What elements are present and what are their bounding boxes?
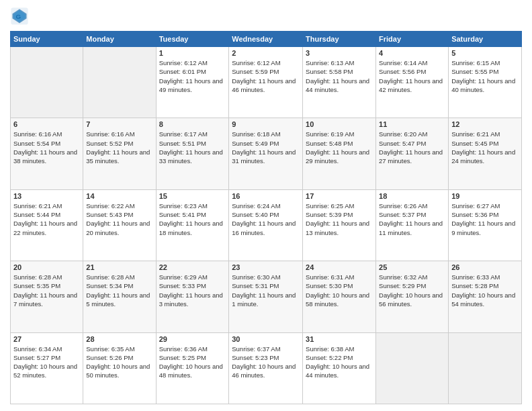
calendar-cell	[376, 332, 449, 404]
day-number: 10	[306, 120, 373, 128]
week-row-1: 1Sunrise: 6:12 AM Sunset: 6:01 PM Daylig…	[11, 47, 522, 118]
logo-icon: G	[10, 7, 29, 26]
day-header-wednesday: Wednesday	[229, 32, 303, 47]
calendar-cell: 31Sunrise: 6:38 AM Sunset: 5:22 PM Dayli…	[303, 332, 376, 404]
logo: G	[10, 7, 32, 26]
day-number: 20	[13, 263, 80, 271]
calendar-cell: 5Sunrise: 6:15 AM Sunset: 5:55 PM Daylig…	[449, 47, 522, 118]
day-number: 4	[379, 49, 445, 57]
calendar-cell: 16Sunrise: 6:24 AM Sunset: 5:40 PM Dayli…	[229, 189, 303, 261]
day-number: 27	[13, 335, 80, 343]
day-number: 17	[306, 192, 373, 200]
day-number: 22	[159, 263, 226, 271]
svg-text:G: G	[15, 13, 21, 20]
calendar-cell: 11Sunrise: 6:20 AM Sunset: 5:47 PM Dayli…	[376, 118, 449, 189]
day-info: Sunrise: 6:16 AM Sunset: 5:54 PM Dayligh…	[13, 130, 80, 165]
day-info: Sunrise: 6:19 AM Sunset: 5:48 PM Dayligh…	[306, 130, 373, 165]
day-info: Sunrise: 6:13 AM Sunset: 5:58 PM Dayligh…	[306, 58, 373, 94]
day-header-tuesday: Tuesday	[156, 32, 229, 47]
day-info: Sunrise: 6:23 AM Sunset: 5:41 PM Dayligh…	[159, 201, 226, 237]
day-info: Sunrise: 6:12 AM Sunset: 6:01 PM Dayligh…	[159, 58, 226, 94]
day-header-friday: Friday	[376, 32, 449, 47]
calendar-cell: 1Sunrise: 6:12 AM Sunset: 6:01 PM Daylig…	[156, 47, 229, 118]
day-info: Sunrise: 6:21 AM Sunset: 5:45 PM Dayligh…	[451, 130, 519, 165]
calendar-cell: 22Sunrise: 6:29 AM Sunset: 5:33 PM Dayli…	[156, 261, 229, 332]
week-row-2: 6Sunrise: 6:16 AM Sunset: 5:54 PM Daylig…	[11, 118, 522, 189]
day-number: 19	[451, 192, 519, 200]
day-number: 5	[451, 49, 519, 57]
calendar-cell: 12Sunrise: 6:21 AM Sunset: 5:45 PM Dayli…	[449, 118, 522, 189]
day-header-sunday: Sunday	[11, 32, 83, 47]
calendar-cell: 26Sunrise: 6:33 AM Sunset: 5:28 PM Dayli…	[449, 261, 522, 332]
calendar-cell: 23Sunrise: 6:30 AM Sunset: 5:31 PM Dayli…	[229, 261, 303, 332]
calendar-cell: 10Sunrise: 6:19 AM Sunset: 5:48 PM Dayli…	[303, 118, 376, 189]
day-number: 6	[13, 120, 80, 128]
calendar-cell: 4Sunrise: 6:14 AM Sunset: 5:56 PM Daylig…	[376, 47, 449, 118]
calendar-cell: 14Sunrise: 6:22 AM Sunset: 5:43 PM Dayli…	[83, 189, 156, 261]
day-info: Sunrise: 6:28 AM Sunset: 5:35 PM Dayligh…	[13, 273, 80, 308]
day-info: Sunrise: 6:30 AM Sunset: 5:31 PM Dayligh…	[232, 273, 300, 308]
day-info: Sunrise: 6:20 AM Sunset: 5:47 PM Dayligh…	[379, 130, 445, 165]
day-number: 31	[306, 335, 373, 343]
calendar: SundayMondayTuesdayWednesdayThursdayFrid…	[10, 31, 522, 404]
calendar-cell: 24Sunrise: 6:31 AM Sunset: 5:30 PM Dayli…	[303, 261, 376, 332]
day-number: 2	[232, 49, 300, 57]
day-info: Sunrise: 6:33 AM Sunset: 5:28 PM Dayligh…	[451, 273, 519, 308]
day-info: Sunrise: 6:31 AM Sunset: 5:30 PM Dayligh…	[306, 273, 373, 308]
calendar-cell: 8Sunrise: 6:17 AM Sunset: 5:51 PM Daylig…	[156, 118, 229, 189]
calendar-cell	[83, 47, 156, 118]
day-number: 3	[306, 49, 373, 57]
day-info: Sunrise: 6:14 AM Sunset: 5:56 PM Dayligh…	[379, 58, 445, 94]
calendar-cell: 30Sunrise: 6:37 AM Sunset: 5:23 PM Dayli…	[229, 332, 303, 404]
day-number: 7	[86, 120, 152, 128]
day-number: 15	[159, 192, 226, 200]
calendar-cell: 15Sunrise: 6:23 AM Sunset: 5:41 PM Dayli…	[156, 189, 229, 261]
day-info: Sunrise: 6:27 AM Sunset: 5:36 PM Dayligh…	[451, 201, 519, 237]
day-number: 12	[451, 120, 519, 128]
day-info: Sunrise: 6:38 AM Sunset: 5:22 PM Dayligh…	[306, 345, 373, 380]
day-info: Sunrise: 6:29 AM Sunset: 5:33 PM Dayligh…	[159, 273, 226, 308]
day-number: 28	[86, 335, 152, 343]
day-number: 29	[159, 335, 226, 343]
calendar-cell	[449, 332, 522, 404]
day-number: 16	[232, 192, 300, 200]
day-info: Sunrise: 6:36 AM Sunset: 5:25 PM Dayligh…	[159, 345, 226, 380]
calendar-cell: 9Sunrise: 6:18 AM Sunset: 5:49 PM Daylig…	[229, 118, 303, 189]
calendar-cell: 29Sunrise: 6:36 AM Sunset: 5:25 PM Dayli…	[156, 332, 229, 404]
day-number: 8	[159, 120, 226, 128]
day-info: Sunrise: 6:22 AM Sunset: 5:43 PM Dayligh…	[86, 201, 152, 237]
calendar-header-row: SundayMondayTuesdayWednesdayThursdayFrid…	[11, 32, 522, 47]
day-number: 14	[86, 192, 152, 200]
day-info: Sunrise: 6:12 AM Sunset: 5:59 PM Dayligh…	[232, 58, 300, 94]
day-number: 11	[379, 120, 445, 128]
day-number: 24	[306, 263, 373, 271]
day-info: Sunrise: 6:32 AM Sunset: 5:29 PM Dayligh…	[379, 273, 445, 308]
calendar-cell: 19Sunrise: 6:27 AM Sunset: 5:36 PM Dayli…	[449, 189, 522, 261]
day-info: Sunrise: 6:25 AM Sunset: 5:39 PM Dayligh…	[306, 201, 373, 237]
calendar-cell: 6Sunrise: 6:16 AM Sunset: 5:54 PM Daylig…	[11, 118, 83, 189]
header: G	[10, 7, 522, 26]
day-info: Sunrise: 6:24 AM Sunset: 5:40 PM Dayligh…	[232, 201, 300, 237]
day-info: Sunrise: 6:15 AM Sunset: 5:55 PM Dayligh…	[451, 58, 519, 94]
day-info: Sunrise: 6:21 AM Sunset: 5:44 PM Dayligh…	[13, 201, 80, 237]
day-number: 30	[232, 335, 300, 343]
day-info: Sunrise: 6:34 AM Sunset: 5:27 PM Dayligh…	[13, 345, 80, 380]
day-header-monday: Monday	[83, 32, 156, 47]
week-row-3: 13Sunrise: 6:21 AM Sunset: 5:44 PM Dayli…	[11, 189, 522, 261]
day-info: Sunrise: 6:37 AM Sunset: 5:23 PM Dayligh…	[232, 345, 300, 380]
calendar-cell: 27Sunrise: 6:34 AM Sunset: 5:27 PM Dayli…	[11, 332, 83, 404]
calendar-cell: 28Sunrise: 6:35 AM Sunset: 5:26 PM Dayli…	[83, 332, 156, 404]
calendar-cell	[11, 47, 83, 118]
day-info: Sunrise: 6:28 AM Sunset: 5:34 PM Dayligh…	[86, 273, 152, 308]
day-info: Sunrise: 6:26 AM Sunset: 5:37 PM Dayligh…	[379, 201, 445, 237]
day-info: Sunrise: 6:35 AM Sunset: 5:26 PM Dayligh…	[86, 345, 152, 380]
calendar-cell: 13Sunrise: 6:21 AM Sunset: 5:44 PM Dayli…	[11, 189, 83, 261]
day-number: 1	[159, 49, 226, 57]
day-number: 18	[379, 192, 445, 200]
day-info: Sunrise: 6:16 AM Sunset: 5:52 PM Dayligh…	[86, 130, 152, 165]
day-number: 25	[379, 263, 445, 271]
day-number: 13	[13, 192, 80, 200]
calendar-cell: 18Sunrise: 6:26 AM Sunset: 5:37 PM Dayli…	[376, 189, 449, 261]
day-info: Sunrise: 6:17 AM Sunset: 5:51 PM Dayligh…	[159, 130, 226, 165]
page: G SundayMondayTuesdayWednesdayThursdayFr…	[0, 0, 532, 411]
